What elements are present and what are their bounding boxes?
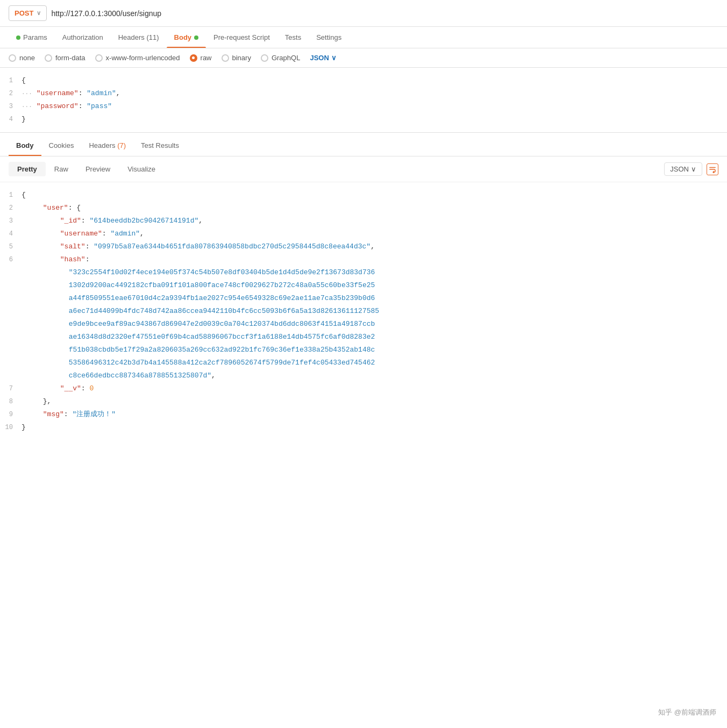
- method-label: POST: [15, 9, 33, 17]
- resp-line-10: 10 }: [0, 421, 727, 434]
- tab-tests[interactable]: Tests: [277, 27, 309, 48]
- resp-line-6d: a6ec71d44099b4fdc748d742aa86ccea9442110b…: [0, 305, 727, 318]
- radio-form-data: [45, 54, 52, 62]
- view-tab-visualize[interactable]: Visualize: [119, 162, 164, 176]
- resp-line-6f: ae16348d8d2320ef47551e0f69b4cad58896067b…: [0, 331, 727, 344]
- resp-line-6b: 1302d9200ac4492182cfba091f101a800face748…: [0, 279, 727, 292]
- resp-line-5: 5 "salt": "0997b5a87ea6344b4651fda807863…: [0, 240, 727, 253]
- resp-line-6e: e9de9bcee9af89ac943867d869047e2d0039c0a7…: [0, 318, 727, 331]
- resp-line-1: 1 {: [0, 189, 727, 202]
- resp-line-8: 8 },: [0, 395, 727, 408]
- resp-line-2: 2 "user": {: [0, 202, 727, 215]
- resp-line-6g: f51b038cbdb5e17f29a2a8206035a269cc632ad9…: [0, 344, 727, 356]
- view-tab-pretty[interactable]: Pretty: [9, 162, 46, 176]
- option-raw[interactable]: raw: [190, 54, 212, 62]
- tab-pre-request[interactable]: Pre-request Script: [206, 27, 277, 48]
- tab-params-label: Params: [23, 33, 47, 41]
- option-form-data[interactable]: form-data: [45, 54, 85, 62]
- resp-line-9: 9 "msg": "注册成功！": [0, 408, 727, 421]
- json-format-chevron: ∨: [331, 54, 337, 62]
- option-none[interactable]: none: [9, 54, 35, 62]
- format-label: JSON: [670, 165, 689, 173]
- format-selector[interactable]: JSON ∨: [664, 162, 702, 176]
- view-format-controls: JSON ∨: [664, 162, 718, 176]
- req-line-1: 1 {: [0, 74, 727, 87]
- radio-graphql: [261, 54, 268, 62]
- resp-tab-cookies[interactable]: Cookies: [41, 135, 82, 156]
- params-dot: [16, 35, 20, 40]
- tab-body-label: Body: [174, 33, 192, 41]
- radio-binary: [222, 54, 229, 62]
- body-options: none form-data x-www-form-urlencoded raw…: [0, 48, 727, 68]
- json-format-selector[interactable]: JSON ∨: [310, 54, 336, 62]
- resp-tab-cookies-label: Cookies: [49, 141, 74, 149]
- tab-params[interactable]: Params: [9, 27, 55, 48]
- tab-settings-label: Settings: [316, 33, 341, 41]
- radio-raw: [190, 54, 197, 62]
- resp-tab-headers-label: Headers (7): [89, 141, 126, 149]
- tab-headers-label: Headers (11): [118, 33, 159, 41]
- resp-line-6i: c8ce66dedbcc887346a8788551325807d",: [0, 369, 727, 382]
- json-format-label: JSON: [310, 54, 329, 62]
- option-urlencoded[interactable]: x-www-form-urlencoded: [95, 54, 180, 62]
- url-bar: POST ∨: [0, 0, 727, 27]
- body-dot: [194, 35, 198, 40]
- radio-none: [9, 54, 16, 62]
- resp-tab-body[interactable]: Body: [9, 135, 41, 156]
- option-binary[interactable]: binary: [222, 54, 251, 62]
- resp-line-6c: a44f8509551eae67010d4c2a9394fb1ae2027c95…: [0, 292, 727, 305]
- wrap-button[interactable]: [707, 163, 718, 175]
- method-selector[interactable]: POST ∨: [9, 5, 47, 21]
- resp-line-6h: 53586496312c42b3d7b4a145588a412ca2cf7896…: [0, 356, 727, 369]
- resp-tab-body-label: Body: [16, 141, 34, 149]
- option-graphql[interactable]: GraphQL: [261, 54, 300, 62]
- format-chevron: ∨: [691, 165, 696, 173]
- req-line-4: 4 }: [0, 113, 727, 126]
- url-input[interactable]: [51, 9, 718, 18]
- resp-tab-test-results-label: Test Results: [141, 141, 179, 149]
- response-tabs: Body Cookies Headers (7) Test Results: [0, 135, 727, 156]
- tab-authorization-label: Authorization: [62, 33, 103, 41]
- tab-body[interactable]: Body: [167, 27, 206, 48]
- response-body-viewer: 1 { 2 "user": { 3 "_id": "614beeddb2bc90…: [0, 182, 727, 440]
- resp-line-6a: "323c2554f10d02f4ece194e05f374c54b507e8d…: [0, 266, 727, 279]
- response-section: Body Cookies Headers (7) Test Results Pr…: [0, 133, 727, 440]
- resp-line-3: 3 "_id": "614beeddb2bc90426714191d",: [0, 215, 727, 227]
- resp-line-7: 7 "__v": 0: [0, 382, 727, 395]
- resp-tab-headers[interactable]: Headers (7): [81, 135, 133, 156]
- tab-pre-request-label: Pre-request Script: [213, 33, 270, 41]
- resp-line-6: 6 "hash":: [0, 253, 727, 266]
- resp-tab-test-results[interactable]: Test Results: [133, 135, 187, 156]
- view-tabs: Pretty Raw Preview Visualize JSON ∨: [0, 156, 727, 182]
- method-chevron: ∨: [37, 10, 41, 17]
- tab-headers[interactable]: Headers (11): [111, 27, 167, 48]
- tab-tests-label: Tests: [285, 33, 301, 41]
- req-line-2: 2 ··· "username": "admin",: [0, 87, 727, 100]
- request-tabs: Params Authorization Headers (11) Body P…: [0, 27, 727, 48]
- resp-line-4: 4 "username": "admin",: [0, 227, 727, 240]
- radio-urlencoded: [95, 54, 103, 62]
- request-body-editor[interactable]: 1 { 2 ··· "username": "admin", 3 ··· "pa…: [0, 68, 727, 133]
- view-tab-preview[interactable]: Preview: [77, 162, 119, 176]
- view-tab-raw[interactable]: Raw: [46, 162, 77, 176]
- req-line-3: 3 ··· "password": "pass": [0, 100, 727, 113]
- tab-authorization[interactable]: Authorization: [55, 27, 111, 48]
- tab-settings[interactable]: Settings: [309, 27, 349, 48]
